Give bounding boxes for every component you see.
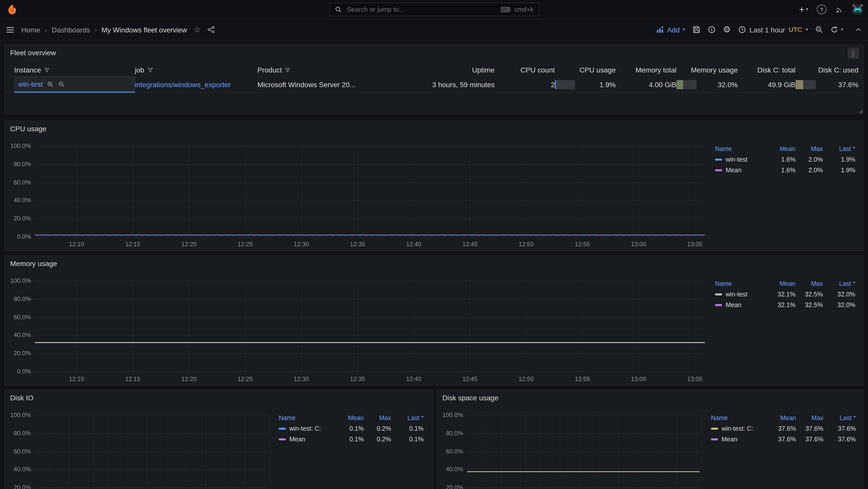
filter-icon[interactable]	[44, 67, 50, 73]
grafana-app: ⌨ cmd+k + ▾ ?	[0, 0, 868, 489]
filter-out-value-icon[interactable]	[58, 81, 65, 87]
search-shortcut: cmd+k	[515, 6, 533, 13]
column-header-disk-total[interactable]: Disk C: total	[738, 66, 796, 74]
job-link[interactable]: integrations/windows_exporter	[135, 81, 230, 89]
disk-used-cell: 37.6%	[796, 77, 858, 93]
panel-menu-kebab-icon[interactable]: ⋮	[848, 48, 859, 59]
legend-series-name[interactable]: win-test	[715, 156, 766, 163]
column-header-memory-usage[interactable]: Memory usage	[677, 66, 738, 74]
legend-series-name[interactable]: Mean	[715, 301, 766, 308]
legend-header-mean[interactable]: Mean	[766, 145, 796, 152]
disk-io-chart[interactable]: 0.0%20.0%40.0%60.0%80.0%100.0% 12:1012:1…	[5, 390, 432, 489]
legend-row[interactable]: win-test32.1%32.5%32.0%	[715, 289, 855, 300]
settings-gear-icon[interactable]: ⚙	[723, 25, 731, 34]
legend-series-name[interactable]: Mean	[279, 435, 335, 442]
memory-total-cell: 4.00 GiB	[616, 77, 677, 93]
avatar-pixel-art	[852, 4, 863, 15]
menu-icon[interactable]	[6, 26, 14, 34]
plot-area[interactable]	[35, 415, 268, 489]
legend-series-name[interactable]: Mean	[711, 435, 767, 442]
breadcrumb-home[interactable]: Home	[21, 26, 40, 34]
legend-row[interactable]: win-test: C:0.1%0.2%0.1%	[279, 423, 424, 434]
legend-series-name[interactable]: win-test	[715, 291, 766, 298]
legend-header-mean[interactable]: Mean	[766, 280, 796, 287]
legend-row[interactable]: Mean32.1%32.5%32.0%	[715, 300, 855, 310]
legend-row[interactable]: win-test1.6%2.0%1.9%	[715, 154, 855, 165]
news-rss-icon[interactable]	[835, 5, 844, 14]
x-axis-tick-label: 13:05	[681, 375, 709, 383]
plot-area[interactable]	[35, 146, 705, 237]
instance-link[interactable]: win-test	[18, 80, 42, 88]
refresh-icon	[831, 26, 838, 33]
panel-title[interactable]: Fleet overview	[10, 49, 56, 57]
new-menu-button[interactable]: + ▾	[799, 5, 808, 14]
legend-value-mean: 37.6%	[767, 425, 796, 432]
search-input[interactable]	[346, 5, 496, 14]
instance-cell[interactable]: win-test	[14, 77, 135, 93]
filter-icon[interactable]	[147, 67, 153, 73]
legend-series-name[interactable]: Mean	[715, 166, 766, 174]
column-header-product[interactable]: Product	[257, 66, 409, 74]
legend-header-name[interactable]: Name	[279, 414, 335, 421]
panel-resize-handle[interactable]	[859, 110, 862, 113]
legend-header-last-[interactable]: Last *	[823, 145, 855, 152]
plot-area[interactable]	[35, 281, 705, 371]
search-bar[interactable]: ⌨ cmd+k	[329, 3, 539, 16]
legend-series-name[interactable]: win-test: C:	[711, 425, 767, 432]
breadcrumb-dashboards[interactable]: Dashboards	[52, 26, 90, 34]
column-header-memory-total[interactable]: Memory total	[616, 66, 677, 74]
legend-header-name[interactable]: Name	[715, 280, 766, 287]
legend-row[interactable]: win-test: C:37.6%37.6%37.6%	[711, 423, 856, 434]
favorite-star-icon[interactable]: ☆	[193, 25, 201, 34]
collapse-chevron-icon[interactable]	[855, 26, 862, 33]
legend-header-mean[interactable]: Mean	[335, 414, 364, 421]
legend-row[interactable]: Mean37.6%37.6%37.6%	[711, 434, 856, 445]
user-avatar[interactable]	[852, 4, 863, 15]
column-header-cpu-usage[interactable]: CPU usage	[555, 66, 616, 74]
time-range-picker[interactable]: Last 1 hour UTC ▾	[738, 26, 808, 34]
legend-header-last-[interactable]: Last *	[824, 414, 856, 421]
legend-header-last-[interactable]: Last *	[823, 280, 855, 287]
column-header-cpu-count[interactable]: CPU count	[495, 66, 555, 74]
grafana-logo[interactable]	[6, 3, 18, 16]
column-header-disk-used[interactable]: Disk C: used	[796, 66, 858, 74]
info-icon[interactable]	[708, 26, 715, 33]
legend-series-name[interactable]: win-test: C:	[279, 425, 335, 432]
legend-header-mean[interactable]: Mean	[767, 414, 796, 421]
column-header-instance[interactable]: Instance	[14, 66, 135, 74]
column-header-uptime[interactable]: Uptime	[409, 66, 495, 74]
y-axis-tick-label: 100.0%	[443, 411, 463, 419]
disk-space-usage-chart[interactable]: 0.0%20.0%40.0%60.0%80.0%100.0% 12:1012:1…	[437, 390, 863, 489]
y-axis-tick-label: 60.0%	[446, 448, 463, 455]
y-axis-tick-label: 20.0%	[14, 350, 31, 357]
x-axis-tick-label: 12:10	[62, 375, 91, 383]
legend-row[interactable]: Mean1.6%2.0%1.9%	[715, 165, 855, 175]
memory-usage-chart[interactable]: 0.0%20.0%40.0%60.0%80.0%100.0% 12:1012:1…	[5, 256, 863, 385]
column-header-job[interactable]: job	[135, 66, 257, 74]
filter-icon[interactable]	[285, 67, 290, 73]
add-button[interactable]: Add ▾	[656, 26, 685, 34]
cpu-usage-chart[interactable]: 0.0%20.0%40.0%60.0%80.0%100.0% 12:1012:1…	[5, 121, 863, 250]
chevron-down-icon: ▾	[683, 27, 685, 32]
refresh-button[interactable]: ▾	[831, 26, 843, 33]
legend-header-max[interactable]: Max	[796, 414, 824, 421]
legend-header-max[interactable]: Max	[796, 145, 823, 152]
legend-value-mean: 32.1%	[766, 291, 796, 298]
refresh-interval-caret-icon[interactable]: ▾	[841, 27, 843, 32]
help-icon[interactable]: ?	[817, 5, 827, 14]
share-icon[interactable]	[208, 26, 215, 33]
save-icon[interactable]	[693, 26, 700, 33]
zoom-out-time-icon[interactable]	[815, 26, 823, 33]
legend-header-last-[interactable]: Last *	[391, 414, 424, 421]
legend: NameMeanMaxLast *win-test: C:37.6%37.6%3…	[711, 412, 856, 445]
legend-header-name[interactable]: Name	[711, 414, 767, 421]
legend-header-max[interactable]: Max	[364, 414, 391, 421]
x-axis-tick-label: 12:35	[343, 241, 372, 248]
plot-area[interactable]	[467, 415, 700, 489]
y-axis-tick-label: 80.0%	[446, 430, 463, 437]
filter-for-value-icon[interactable]	[47, 81, 54, 87]
legend-header-max[interactable]: Max	[796, 280, 823, 287]
legend-header-name[interactable]: Name	[715, 145, 766, 152]
legend-row[interactable]: Mean0.1%0.2%0.1%	[279, 434, 424, 445]
y-axis-tick-label: 80.0%	[14, 161, 31, 168]
